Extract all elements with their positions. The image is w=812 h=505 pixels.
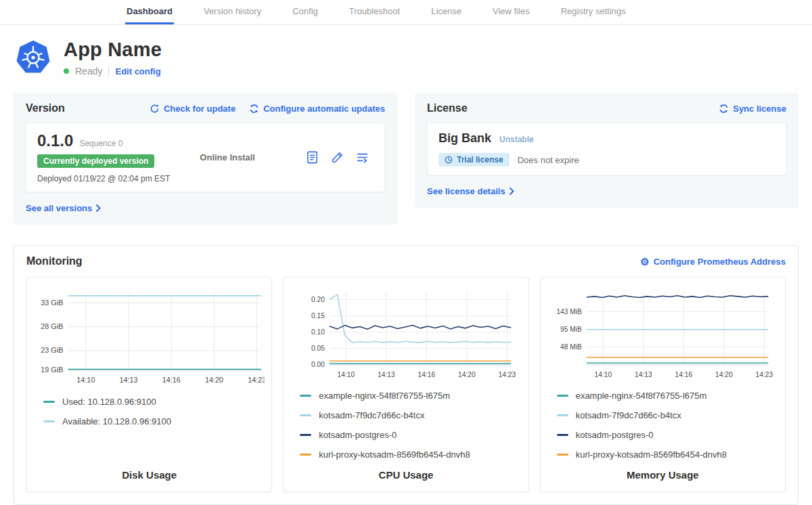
edit-config-link[interactable]: Edit config	[115, 66, 160, 76]
svg-text:14:16: 14:16	[162, 376, 181, 384]
version-number: 0.1.0	[37, 131, 73, 150]
sync-license-label: Sync license	[733, 104, 786, 114]
svg-text:14:23: 14:23	[499, 371, 516, 378]
check-for-update-label: Check for update	[164, 104, 235, 114]
version-card: Version Check for update Configure autom…	[14, 93, 397, 225]
series-label: kotsadm-postgres-0	[576, 430, 654, 440]
memory-usage-chart: 48 MiB95 MiB143 MiB14:1014:1314:1614:201…	[547, 286, 778, 382]
series-swatch	[43, 420, 55, 422]
svg-text:19 GiB: 19 GiB	[41, 366, 63, 374]
ready-status-dot	[64, 68, 69, 74]
see-all-versions-link[interactable]: See all versions	[26, 203, 101, 213]
tab-troubleshoot[interactable]: Troubleshoot	[348, 0, 401, 24]
svg-text:0.05: 0.05	[311, 345, 325, 352]
legend-item: kotsadm-7f9dc7d66c-b4tcx	[557, 410, 778, 420]
svg-text:14:13: 14:13	[635, 371, 652, 378]
legend-item: kotsadm-postgres-0	[300, 430, 521, 440]
customer-name: Big Bank	[438, 131, 491, 146]
install-type-label: Online Install	[200, 152, 275, 162]
auto-update-icon	[249, 104, 259, 114]
monitoring-title: Monitoring	[26, 255, 83, 267]
svg-text:95 MiB: 95 MiB	[560, 326, 582, 333]
series-swatch	[557, 454, 568, 456]
version-card-title: Version	[26, 102, 65, 114]
clock-icon	[445, 156, 453, 164]
svg-text:0.15: 0.15	[311, 312, 325, 320]
deploy-logs-icon[interactable]	[355, 150, 369, 164]
svg-text:14:20: 14:20	[205, 376, 223, 384]
series-swatch	[300, 414, 311, 416]
monitoring-section: Monitoring ⚙ Configure Prometheus Addres…	[14, 245, 798, 505]
series-swatch	[557, 434, 568, 436]
configure-automatic-updates-label: Configure automatic updates	[263, 104, 385, 114]
see-license-details-link[interactable]: See license details	[427, 186, 514, 196]
app-header: App Name Ready Edit config	[0, 25, 812, 83]
gear-icon: ⚙	[640, 257, 649, 267]
svg-text:14:16: 14:16	[418, 371, 436, 378]
svg-text:14:20: 14:20	[458, 371, 476, 378]
page-title: App Name	[64, 39, 162, 61]
cpu-usage-panel: 0.000.050.100.150.2014:1014:1314:1614:20…	[283, 277, 528, 492]
legend-item: Available: 10.128.0.96:9100	[43, 416, 265, 426]
tab-dashboard[interactable]: Dashboard	[125, 0, 174, 24]
svg-text:23 GiB: 23 GiB	[41, 346, 63, 354]
top-nav: Dashboard Version history Config Trouble…	[0, 0, 812, 25]
divider	[108, 66, 109, 76]
license-card: License Sync license Big Bank Unstable T…	[415, 93, 798, 208]
status-text: Ready	[75, 66, 102, 76]
configure-prometheus-link[interactable]: ⚙ Configure Prometheus Address	[640, 257, 786, 267]
chevron-right-icon	[510, 188, 514, 195]
series-swatch	[43, 401, 55, 403]
svg-text:14:20: 14:20	[715, 371, 733, 378]
memory-usage-panel: 48 MiB95 MiB143 MiB14:1014:1314:1614:201…	[540, 277, 786, 492]
check-for-update-link[interactable]: Check for update	[150, 104, 235, 114]
svg-text:14:23: 14:23	[755, 371, 773, 378]
svg-text:14:16: 14:16	[675, 371, 692, 378]
deployed-badge: Currently deployed version	[37, 154, 154, 168]
svg-text:14:10: 14:10	[594, 371, 612, 378]
svg-text:14:23: 14:23	[248, 376, 265, 384]
configure-automatic-updates-link[interactable]: Configure automatic updates	[249, 104, 385, 114]
legend-item: example-nginx-54f8f76755-l675m	[557, 391, 778, 401]
see-all-versions-label: See all versions	[26, 203, 92, 213]
license-card-title: License	[427, 102, 468, 114]
svg-text:14:13: 14:13	[378, 371, 395, 378]
legend-item: kotsadm-postgres-0	[557, 430, 778, 440]
memory-usage-legend: example-nginx-54f8f76755-l675m kotsadm-7…	[557, 391, 778, 469]
sync-icon	[719, 104, 729, 114]
svg-text:33 GiB: 33 GiB	[41, 299, 63, 307]
deployed-timestamp: Deployed 01/19/22 @ 02:04 pm EST	[37, 174, 170, 183]
tab-version-history[interactable]: Version history	[202, 0, 263, 24]
sync-license-link[interactable]: Sync license	[719, 104, 786, 114]
trial-license-badge: Trial license	[438, 153, 510, 167]
series-label: example-nginx-54f8f76755-l675m	[576, 391, 707, 401]
configure-prometheus-label: Configure Prometheus Address	[654, 257, 786, 267]
tab-config[interactable]: Config	[291, 0, 319, 24]
series-label: Used: 10.128.0.96:9100	[62, 397, 156, 407]
release-notes-icon[interactable]	[305, 150, 319, 164]
chart-title: Memory Usage	[547, 469, 778, 485]
trial-license-label: Trial license	[457, 155, 503, 164]
tab-view-files[interactable]: View files	[491, 0, 531, 24]
tab-registry-settings[interactable]: Registry settings	[560, 0, 627, 24]
series-label: kotsadm-7f9dc7d66c-b4tcx	[319, 410, 424, 420]
cpu-usage-legend: example-nginx-54f8f76755-l675m kotsadm-7…	[300, 391, 521, 469]
expiration-text: Does not expire	[518, 155, 579, 165]
edit-version-icon[interactable]	[330, 150, 344, 164]
kubernetes-logo-icon	[16, 41, 50, 74]
channel-label: Unstable	[499, 135, 534, 144]
current-version-box: 0.1.0 Sequence 0 Currently deployed vers…	[26, 123, 385, 192]
tab-license[interactable]: License	[430, 0, 463, 24]
svg-text:28 GiB: 28 GiB	[41, 322, 63, 330]
series-label: kotsadm-postgres-0	[319, 430, 397, 440]
svg-text:48 MiB: 48 MiB	[560, 343, 582, 351]
see-license-details-label: See license details	[427, 186, 505, 196]
chart-title: CPU Usage	[290, 469, 521, 485]
legend-item: kurl-proxy-kotsadm-8569fb6454-dnvh8	[300, 449, 521, 460]
series-label: example-nginx-54f8f76755-l675m	[319, 391, 450, 401]
svg-text:14:10: 14:10	[76, 376, 95, 384]
legend-item: Used: 10.128.0.96:9100	[43, 397, 265, 407]
svg-text:0.00: 0.00	[311, 361, 325, 368]
sequence-label: Sequence 0	[79, 139, 122, 148]
svg-text:14:13: 14:13	[120, 376, 138, 384]
